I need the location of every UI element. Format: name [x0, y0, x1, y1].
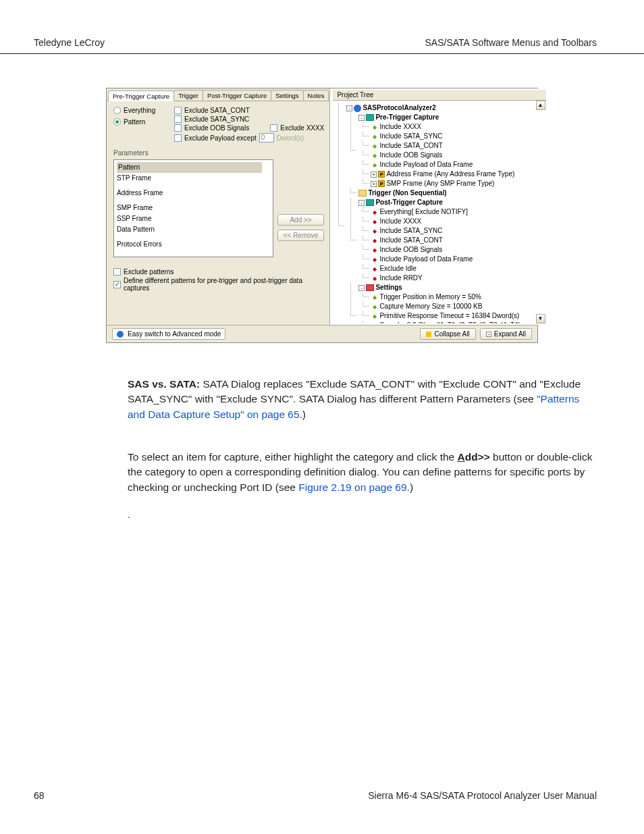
list-item[interactable]: STP Frame [117, 173, 270, 184]
tab-trigger[interactable]: Trigger [173, 90, 203, 101]
tree-item[interactable]: Address Frame (Any Address Frame Type) [386, 170, 514, 178]
check-exclude-sata-sync[interactable] [174, 115, 182, 123]
radio-pattern-label: Pattern [124, 118, 145, 126]
tree-item[interactable]: Exclude Idle [379, 265, 416, 272]
expand-icon: - [486, 332, 491, 337]
tree-item[interactable]: Include OOB Signals [379, 246, 442, 253]
scroll-down-button[interactable]: ▼ [536, 314, 545, 323]
expand-toggle[interactable]: + [371, 172, 377, 178]
tree-item[interactable]: Include RRDY [379, 274, 422, 282]
folder-icon [358, 190, 367, 197]
tree-item[interactable]: Include Payload of Data Frame [379, 161, 473, 168]
diamond-icon [371, 313, 378, 320]
radio-everything[interactable] [113, 107, 121, 114]
project-tree-pane: Project Tree ▲ -SASProtocolAnalyzer2 -Pr… [329, 88, 545, 325]
tree-item[interactable]: Include SATA_SYNC [379, 227, 442, 234]
p1-tail: .) [300, 409, 306, 420]
remove-button[interactable]: << Remove [277, 230, 325, 241]
expand-all-label: Expand All [494, 330, 526, 338]
list-item[interactable]: Pattern [117, 162, 262, 173]
check-exclude-payload[interactable] [174, 134, 182, 142]
diamond-icon [371, 256, 378, 263]
tab-strip: Pre-Trigger Capture Trigger Post-Trigger… [107, 88, 329, 101]
radio-pattern[interactable] [113, 118, 121, 126]
add-button[interactable]: Add >> [277, 214, 325, 226]
page-header: Teledyne LeCroy SAS/SATA Software Menus … [0, 0, 644, 54]
folder-icon [366, 284, 374, 291]
collapse-icon [426, 332, 431, 337]
tree-item[interactable]: Primitive Response Timeout = 16384 Dword… [379, 312, 519, 319]
tree-settings[interactable]: Settings [375, 284, 402, 291]
tree-item[interactable]: Include Payload of Data Frame [379, 255, 473, 263]
label-dwords: Dword(s) [277, 134, 304, 142]
tree-trigger[interactable]: Trigger (Non Sequential) [368, 189, 446, 197]
tree-item[interactable]: Include SATA_CONT [379, 142, 443, 149]
tree-item[interactable]: SMP Frame (Any SMP Frame Type) [386, 180, 494, 187]
tree-item[interactable]: Everything[ Exclude NOTIFY] [379, 208, 468, 215]
diamond-icon [371, 124, 378, 131]
folder-icon [366, 114, 374, 121]
label-exclude-payload: Exclude Payload except [184, 134, 257, 142]
check-exclude-sata-cont[interactable] [174, 107, 182, 114]
payload-dword-input[interactable]: 0 [259, 133, 274, 142]
list-item[interactable]: SSP Frame [117, 213, 270, 224]
expand-toggle[interactable]: - [346, 105, 352, 111]
check-exclude-xxxx[interactable] [270, 124, 277, 132]
list-item[interactable]: Protocol Errors [117, 239, 270, 250]
check-exclude-patterns[interactable] [113, 268, 121, 276]
diamond-icon [371, 161, 378, 169]
diamond-icon [371, 142, 378, 150]
gear-icon [354, 105, 361, 112]
tree-item[interactable]: Include OOB Signals [379, 151, 442, 159]
tree-item[interactable]: Include SATA_SYNC [379, 132, 442, 140]
list-item[interactable]: Data Pattern [117, 224, 270, 235]
diamond-icon [371, 218, 378, 226]
p2-tail: .) [407, 481, 413, 493]
label-exclude-sata-cont: Exclude SATA_CONT [184, 107, 250, 114]
check-define-different[interactable]: ✓ [113, 281, 121, 288]
list-item[interactable]: SMP Frame [117, 203, 270, 213]
p-icon: P [378, 180, 385, 187]
p-icon: P [378, 171, 385, 178]
link-figure-219[interactable]: Figure 2.19 on page 69 [298, 481, 406, 493]
left-pane: Pre-Trigger Capture Trigger Post-Trigger… [107, 88, 329, 325]
list-item[interactable]: Address Frame [117, 188, 270, 199]
expand-toggle[interactable]: - [358, 285, 365, 291]
tree-item[interactable]: Include XXXX [379, 217, 421, 225]
expand-toggle[interactable]: - [358, 115, 365, 121]
tree-root[interactable]: SASProtocolAnalyzer2 [363, 104, 435, 111]
label-define-different: Define different patterns for pre-trigge… [124, 277, 324, 292]
diamond-icon [371, 303, 378, 311]
diamond-icon [371, 275, 378, 282]
parameters-listbox[interactable]: Pattern STP Frame Address Frame SMP Fram… [113, 159, 273, 257]
tree-item[interactable]: Include SATA_CONT [379, 236, 443, 244]
diamond-icon [371, 237, 378, 244]
parameters-label: Parameters [113, 149, 324, 157]
project-tree[interactable]: -SASProtocolAnalyzer2 -Pre-Trigger Captu… [333, 101, 545, 323]
tree-item[interactable]: Trigger Position in Memory = 50% [379, 293, 481, 301]
tree-pre-trigger[interactable]: Pre-Trigger Capture [375, 113, 439, 121]
tree-item[interactable]: Include XXXX [379, 123, 421, 130]
expand-toggle[interactable]: + [371, 181, 377, 187]
expand-all-button[interactable]: - Expand All [480, 328, 532, 340]
collapse-all-button[interactable]: Collapse All [420, 328, 475, 340]
folder-icon [366, 199, 374, 206]
diamond-icon [371, 265, 378, 273]
add-bold: dd>> [465, 451, 490, 463]
tree-item[interactable]: Capture Memory Size = 10000 KB [379, 303, 482, 310]
expand-toggle[interactable]: - [358, 200, 365, 206]
tree-post-trigger[interactable]: Post-Trigger Capture [375, 199, 442, 206]
easy-switch-button[interactable]: Easy switch to Advanced mode [112, 328, 225, 340]
tab-pre-trigger[interactable]: Pre-Trigger Capture [108, 90, 174, 101]
tab-notes[interactable]: Notes [303, 90, 329, 101]
trailing-dot: . [128, 507, 597, 522]
tab-settings[interactable]: Settings [271, 90, 303, 101]
diamond-icon [371, 322, 378, 323]
tree-item[interactable]: Speed = 3.0 Gbps (I1, T1, I2, T2, I3, T3… [379, 321, 520, 323]
tab-post-trigger[interactable]: Post-Trigger Capture [203, 90, 271, 101]
label-exclude-xxxx: Exclude XXXX [280, 124, 324, 132]
gear-icon [117, 331, 124, 338]
check-exclude-oob[interactable] [174, 124, 182, 132]
collapse-all-label: Collapse All [434, 330, 469, 338]
dialog-window: Pre-Trigger Capture Trigger Post-Trigger… [106, 88, 538, 343]
